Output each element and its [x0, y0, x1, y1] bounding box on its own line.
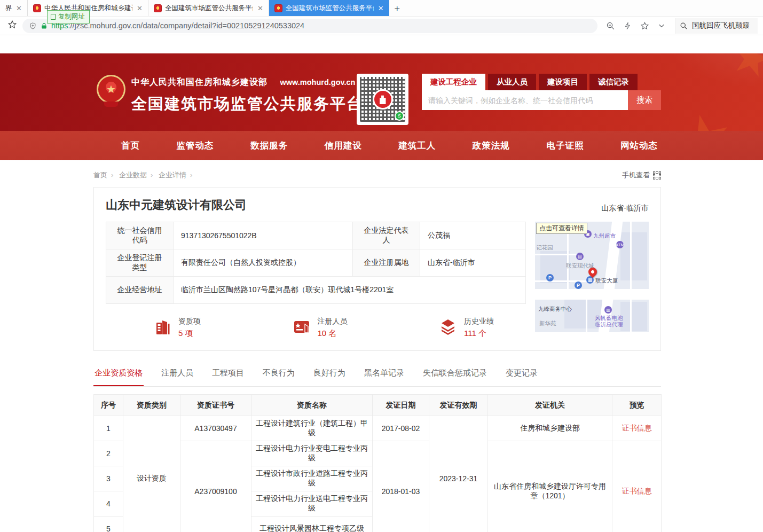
browser-tab-jzsc-active[interactable]: 全国建筑市场监管公共服务平台 ✕ — [269, 0, 389, 16]
tab-close-icon[interactable]: ✕ — [16, 4, 22, 12]
nav-item-policy[interactable]: 政策法规 — [473, 140, 510, 152]
field-label: 统一社会信用代码 — [106, 222, 174, 249]
browser-quick-search[interactable]: 国航回应飞机颠簸 — [675, 18, 758, 34]
search-tab-enterprise[interactable]: 建设工程企业 — [422, 74, 485, 90]
certificate-info-link[interactable]: 证书信息 — [622, 487, 652, 495]
zoom-out-icon[interactable] — [606, 21, 615, 30]
category-cell: 设计资质 — [123, 416, 180, 532]
nav-item-credit[interactable]: 信用建设 — [325, 140, 362, 152]
browser-tab-partial[interactable]: 界 ✕ — [0, 0, 28, 16]
tab-dishonesty[interactable]: 失信联合惩戒记录 — [422, 365, 488, 386]
issue-date-cell: 2018-01-03 — [373, 441, 429, 532]
site-header: ★ ★ ★ 中华人民共和国住房和城乡建设部 www.mohurd.gov.cn … — [0, 53, 763, 131]
qualification-table: 序号 资质类别 资质证书号 资质名称 发证日期 发证有效期 发证机关 预览 1 … — [93, 394, 662, 532]
field-label: 企业登记注册类型 — [106, 249, 174, 277]
tab-good-behavior[interactable]: 良好行为 — [312, 365, 347, 386]
stat-history: 历史业绩 111 个 — [438, 317, 494, 339]
new-tab-button[interactable]: ＋ — [389, 0, 405, 16]
seq-cell: 1 — [94, 416, 123, 441]
seq-cell: 2 — [94, 441, 123, 466]
tab-qualifications[interactable]: 企业资质资格 — [93, 365, 144, 386]
chevron-down-icon[interactable] — [658, 22, 665, 29]
browser-chrome: 界 ✕ 中华人民共和国住房和城乡建设 ✕ 全国建筑市场监管公共服务平台 ✕ 全国… — [0, 0, 763, 35]
search-icon — [680, 22, 688, 30]
flash-icon[interactable] — [624, 21, 632, 30]
registration-type-value: 有限责任公司（自然人投资或控股） — [174, 249, 353, 277]
col-header-seq: 序号 — [94, 395, 123, 416]
nav-item-data-service[interactable]: 数据服务 — [250, 140, 288, 152]
search-category-tabs: 建设工程企业 从业人员 建设项目 诚信记录 — [422, 74, 661, 90]
nav-item-workers[interactable]: 建筑工人 — [398, 140, 436, 152]
tab-label: 全国建筑市场监管公共服务平台 — [165, 4, 253, 13]
stat-value: 5 项 — [178, 328, 201, 339]
table-row: 1 设计资质 A137030497 工程设计建筑行业（建筑工程）甲级 2017-… — [94, 416, 662, 441]
tab-change-records[interactable]: 变更记录 — [505, 365, 539, 386]
bookmark-star-icon[interactable] — [7, 20, 17, 32]
national-emblem-icon: ★ — [97, 75, 125, 108]
cert-no-cell: A137030497 — [180, 416, 251, 441]
certificate-info-link[interactable]: 证书信息 — [622, 424, 652, 432]
qr-code-icon — [653, 171, 661, 179]
breadcrumb-home[interactable]: 首页 — [93, 171, 107, 179]
nav-item-supervision[interactable]: 监管动态 — [177, 140, 214, 152]
mobile-view-label: 手机查看 — [622, 170, 650, 180]
company-region: 山东省-临沂市 — [601, 204, 649, 213]
nav-item-home[interactable]: 首页 — [121, 140, 140, 152]
tab-blacklist[interactable]: 黑名单记录 — [363, 365, 405, 386]
search-tab-credit[interactable]: 诚信记录 — [589, 74, 638, 90]
map-label-garden: 记花园 — [536, 244, 553, 252]
qr-code: S — [357, 74, 408, 125]
company-stats: 资质项 5 项 注册人员 10 名 — [106, 312, 526, 339]
search-tab-project[interactable]: 建设项目 — [539, 74, 587, 90]
browser-tab-jzsc-1[interactable]: 全国建筑市场监管公共服务平台 ✕ — [148, 0, 269, 16]
seq-cell: 4 — [94, 491, 123, 517]
star-decoration-icon: ★ — [669, 96, 741, 131]
ministry-website: www.mohurd.gov.cn — [280, 78, 355, 87]
tab-label: 界 — [5, 4, 12, 13]
keyword-search-input[interactable] — [422, 90, 628, 110]
map-label-building: 联安大厦 — [595, 277, 618, 285]
tab-registered-personnel[interactable]: 注册人员 — [160, 365, 194, 386]
breadcrumb: 首页› 企业数据› 企业详情› — [93, 170, 196, 180]
favorite-star-icon[interactable] — [640, 21, 649, 30]
platform-title: 全国建筑市场监管公共服务平台 — [131, 93, 363, 115]
copy-icon — [51, 14, 56, 20]
stat-label: 资质项 — [178, 317, 201, 326]
stat-value: 111 个 — [464, 328, 494, 339]
address-bar: https://jzsc.mohurd.gov.cn/data/company/… — [0, 17, 763, 35]
table-row: 企业登记注册类型 有限责任公司（自然人投资或控股） 企业注册属地 山东省-临沂市 — [106, 249, 526, 277]
id-card-icon — [292, 317, 311, 339]
url-field[interactable]: https://jzsc.mohurd.gov.cn/data/company/… — [22, 19, 597, 33]
col-header-issue-date: 发证日期 — [373, 395, 429, 416]
tab-strip: 界 ✕ 中华人民共和国住房和城乡建设 ✕ 全国建筑市场监管公共服务平台 ✕ 全国… — [0, 0, 763, 17]
tab-close-icon[interactable]: ✕ — [137, 4, 143, 12]
col-header-name: 资质名称 — [251, 395, 373, 416]
qual-name-cell: 工程设计电力行业送电工程专业丙级 — [251, 491, 373, 517]
breadcrumb-company-data[interactable]: 企业数据 — [119, 171, 147, 179]
search-tab-personnel[interactable]: 从业人员 — [488, 74, 536, 90]
map-label-battery-2: 临沂总代理 — [595, 321, 623, 328]
tab-bad-behavior[interactable]: 不良行为 — [262, 365, 296, 386]
qr-center-logo — [373, 89, 393, 109]
col-header-cert-no: 资质证书号 — [180, 395, 251, 416]
qual-name-cell: 工程设计市政行业道路工程专业丙级 — [251, 466, 373, 491]
tab-projects[interactable]: 工程项目 — [211, 365, 245, 386]
tab-close-icon[interactable]: ✕ — [257, 4, 263, 12]
page-top-gap — [0, 35, 763, 53]
shield-icon — [29, 22, 37, 30]
search-button[interactable]: 搜索 — [628, 90, 661, 110]
location-map[interactable]: 点击可查看详情 ▣ 九州超市 ATM 记花园 ▤ 联安现代城 ▦ 联安大厦 P … — [535, 222, 649, 332]
tab-close-icon[interactable]: ✕ — [378, 4, 384, 12]
emblem-favicon-icon — [33, 4, 41, 12]
authority-cell: 山东省住房和城乡建设厅许可专用章（1201） — [488, 441, 612, 532]
nav-item-news[interactable]: 网站动态 — [620, 140, 658, 152]
breadcrumb-company-detail[interactable]: 企业详情 — [159, 171, 186, 179]
nav-item-certificate[interactable]: 电子证照 — [546, 140, 584, 152]
battery-pin-icon: ▥ — [604, 306, 612, 314]
stat-label: 注册人员 — [318, 317, 348, 326]
qual-name-cell: 工程设计风景园林工程专项乙级 — [251, 517, 373, 532]
site-brand: 中华人民共和国住房和城乡建设部 www.mohurd.gov.cn 全国建筑市场… — [131, 77, 363, 115]
layers-icon — [438, 317, 458, 339]
cert-no-cell: A237009100 — [180, 441, 251, 532]
mobile-view-button[interactable]: 手机查看 — [622, 170, 661, 180]
